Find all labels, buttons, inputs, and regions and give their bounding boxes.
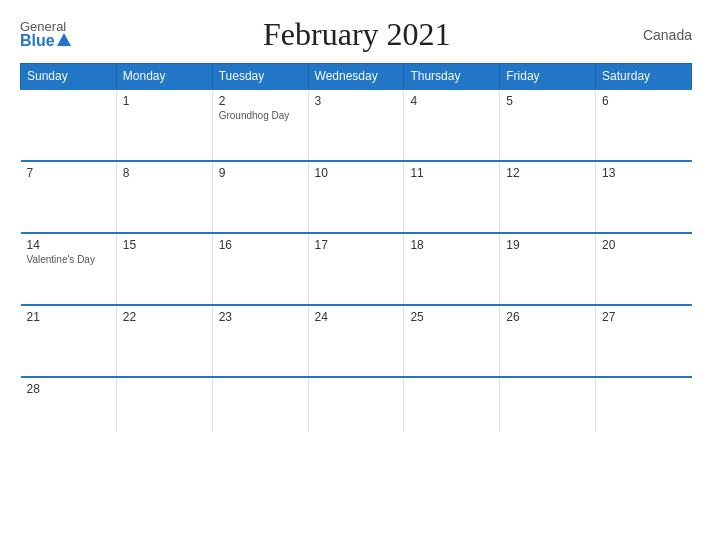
day-number: 6 (602, 94, 685, 108)
calendar-cell: 26 (500, 305, 596, 377)
day-number: 15 (123, 238, 206, 252)
calendar-cell: 18 (404, 233, 500, 305)
calendar-cell: 28 (21, 377, 117, 432)
calendar-cell: 23 (212, 305, 308, 377)
calendar-cell (500, 377, 596, 432)
day-number: 7 (27, 166, 110, 180)
logo-flag-icon (57, 33, 71, 46)
day-number: 12 (506, 166, 589, 180)
calendar-week-row: 28 (21, 377, 692, 432)
day-number: 20 (602, 238, 685, 252)
day-number: 13 (602, 166, 685, 180)
day-number: 1 (123, 94, 206, 108)
calendar-cell: 9 (212, 161, 308, 233)
day-number: 23 (219, 310, 302, 324)
calendar-cell: 22 (116, 305, 212, 377)
weekday-header-saturday: Saturday (596, 64, 692, 90)
calendar-week-row: 21222324252627 (21, 305, 692, 377)
day-number: 17 (315, 238, 398, 252)
calendar-cell: 19 (500, 233, 596, 305)
day-number: 14 (27, 238, 110, 252)
calendar-cell: 20 (596, 233, 692, 305)
day-number: 26 (506, 310, 589, 324)
calendar-thead: SundayMondayTuesdayWednesdayThursdayFrid… (21, 64, 692, 90)
calendar-cell: 8 (116, 161, 212, 233)
calendar-title: February 2021 (263, 16, 451, 53)
calendar-cell: 7 (21, 161, 117, 233)
day-number: 16 (219, 238, 302, 252)
day-number: 22 (123, 310, 206, 324)
calendar-cell: 5 (500, 89, 596, 161)
calendar-tbody: 12Groundhog Day34567891011121314Valentin… (21, 89, 692, 432)
calendar-cell: 14Valentine's Day (21, 233, 117, 305)
calendar-cell: 13 (596, 161, 692, 233)
calendar-week-row: 78910111213 (21, 161, 692, 233)
calendar-week-row: 14Valentine's Day151617181920 (21, 233, 692, 305)
calendar-cell (116, 377, 212, 432)
calendar-cell: 27 (596, 305, 692, 377)
calendar-cell: 11 (404, 161, 500, 233)
day-number: 5 (506, 94, 589, 108)
calendar-cell: 21 (21, 305, 117, 377)
day-number: 2 (219, 94, 302, 108)
day-number: 3 (315, 94, 398, 108)
day-number: 11 (410, 166, 493, 180)
day-number: 25 (410, 310, 493, 324)
calendar-cell: 25 (404, 305, 500, 377)
holiday-label: Valentine's Day (27, 254, 110, 265)
holiday-label: Groundhog Day (219, 110, 302, 121)
calendar-cell: 16 (212, 233, 308, 305)
day-number: 18 (410, 238, 493, 252)
day-number: 10 (315, 166, 398, 180)
calendar-cell: 12 (500, 161, 596, 233)
calendar-cell: 24 (308, 305, 404, 377)
day-number: 27 (602, 310, 685, 324)
weekday-header-wednesday: Wednesday (308, 64, 404, 90)
day-number: 9 (219, 166, 302, 180)
country-label: Canada (643, 27, 692, 43)
calendar-cell: 3 (308, 89, 404, 161)
calendar-cell (21, 89, 117, 161)
weekday-header-monday: Monday (116, 64, 212, 90)
calendar-header: General Blue February 2021 Canada (20, 16, 692, 53)
weekday-header-tuesday: Tuesday (212, 64, 308, 90)
weekday-header-sunday: Sunday (21, 64, 117, 90)
day-number: 28 (27, 382, 110, 396)
calendar-container: General Blue February 2021 Canada Sunday… (0, 0, 712, 550)
calendar-cell: 10 (308, 161, 404, 233)
calendar-cell (404, 377, 500, 432)
day-number: 19 (506, 238, 589, 252)
calendar-cell: 2Groundhog Day (212, 89, 308, 161)
day-number: 8 (123, 166, 206, 180)
calendar-cell: 15 (116, 233, 212, 305)
calendar-week-row: 12Groundhog Day3456 (21, 89, 692, 161)
weekday-header-friday: Friday (500, 64, 596, 90)
calendar-cell (212, 377, 308, 432)
calendar-cell (308, 377, 404, 432)
weekday-header-thursday: Thursday (404, 64, 500, 90)
calendar-cell (596, 377, 692, 432)
day-number: 21 (27, 310, 110, 324)
weekday-header-row: SundayMondayTuesdayWednesdayThursdayFrid… (21, 64, 692, 90)
calendar-cell: 6 (596, 89, 692, 161)
calendar-cell: 4 (404, 89, 500, 161)
logo-blue-text: Blue (20, 33, 55, 49)
day-number: 4 (410, 94, 493, 108)
logo: General Blue (20, 20, 71, 49)
calendar-cell: 17 (308, 233, 404, 305)
calendar-cell: 1 (116, 89, 212, 161)
calendar-table: SundayMondayTuesdayWednesdayThursdayFrid… (20, 63, 692, 432)
day-number: 24 (315, 310, 398, 324)
